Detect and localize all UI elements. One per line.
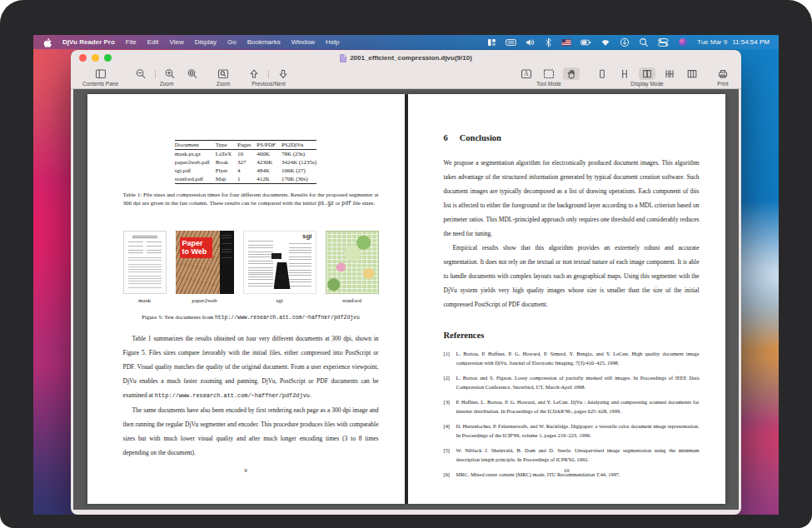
hand-icon <box>565 68 577 79</box>
minimize-button[interactable] <box>92 54 99 62</box>
thumbnail-cover-title: Paper to Web <box>180 237 212 258</box>
thumbnail-detail <box>274 262 291 289</box>
volume-icon[interactable] <box>526 37 536 47</box>
title-bar[interactable]: 2001_efficient_compression.djvu(9/10) <box>71 50 741 66</box>
reference-number: [1] <box>444 349 456 367</box>
document-page-left: Document Type Pages PS/PDF PS2DjVu mask.… <box>87 94 405 504</box>
toolbar-group-display-mode: Display Mode <box>594 67 700 87</box>
tool-mode-label: Tool Mode <box>536 81 561 87</box>
section-heading: 6 Conclusion <box>444 133 700 142</box>
continuous-facing-mode-button[interactable] <box>661 67 678 80</box>
references-list: [1] L. Bottou, P. Haffner, P. G. Howard,… <box>444 349 700 479</box>
table-cell: 106K (27) <box>281 167 316 175</box>
zoom-fit-icon <box>187 68 198 79</box>
reference-number: [5] <box>444 446 456 464</box>
toolbar-group-zoom: Zoom <box>132 67 201 87</box>
print-label: Print <box>717 81 728 87</box>
control-center-icon[interactable] <box>658 37 669 47</box>
table-caption-code: ps.gz <box>318 201 334 207</box>
us-flag-icon[interactable] <box>561 37 571 47</box>
figure-label: mask <box>138 297 151 304</box>
table-cell: 412K <box>257 175 281 184</box>
reference-text: W. Niblack J. Sheinvald, B. Dom and D. S… <box>456 446 700 464</box>
menu-edit[interactable]: Edit <box>147 35 159 49</box>
svg-text:A: A <box>524 70 529 77</box>
table-cell: 3424K (1235s) <box>281 158 316 167</box>
marquee-zoom-label: Zoom <box>217 81 231 87</box>
menu-window[interactable]: Window <box>291 35 315 49</box>
continuous-facing-icon <box>664 68 675 79</box>
menu-app-name[interactable]: DjVu Reader Pro <box>62 35 115 49</box>
menu-view[interactable]: View <box>170 35 184 49</box>
figure-item-paper2web: Paper to Web paper2web <box>176 231 234 304</box>
rect-select-tool-button[interactable] <box>541 67 557 80</box>
next-page-button[interactable] <box>275 67 291 80</box>
app-window: 2001_efficient_compression.djvu(9/10) Co… <box>71 50 741 515</box>
figure-label: stanford <box>342 297 361 304</box>
menu-file[interactable]: File <box>126 35 137 49</box>
next-page-icon <box>277 68 289 79</box>
keyboard-icon[interactable] <box>506 37 516 47</box>
table-cell: Book <box>216 158 237 167</box>
single-page-mode-button[interactable] <box>594 67 610 80</box>
wifi-icon[interactable] <box>600 37 610 47</box>
table-row: paper2web.pdf Book 327 4230K 3424K (1235… <box>175 158 316 167</box>
two-page-mode-button[interactable] <box>639 67 655 80</box>
previous-page-button[interactable] <box>246 67 262 80</box>
thumbnail-mask <box>123 231 167 294</box>
menu-help[interactable]: Help <box>326 35 339 49</box>
siri-icon[interactable] <box>678 37 688 47</box>
menu-display[interactable]: Display <box>195 35 217 49</box>
bluetooth-icon[interactable] <box>545 37 552 47</box>
menu-go[interactable]: Go <box>227 35 237 49</box>
zoom-out-button[interactable] <box>132 67 149 80</box>
toolbar-group-marquee-zoom: Zoom <box>215 67 232 87</box>
paragraph-url: http://www.research.att.com/~haffner/pdf… <box>155 392 310 399</box>
reference-item: [5] W. Niblack J. Sheinvald, B. Dom and … <box>444 446 700 464</box>
monitor-bezel: DjVu Reader Pro File Edit View Display G… <box>0 0 812 528</box>
paragraph: Empirical results show that this algorit… <box>444 241 700 311</box>
menu-clock[interactable]: Tue Mar 9 11:54:54 PM <box>697 35 770 49</box>
search-icon[interactable] <box>639 37 649 47</box>
zoom-in-button[interactable] <box>162 67 178 80</box>
paragraph: Table 1 summarizes the results obtained … <box>123 331 379 403</box>
hand-tool-button[interactable] <box>563 67 580 80</box>
zoom-label: Zoom <box>160 81 174 87</box>
toolbar-group-prev-next: Previous/Next <box>246 67 291 87</box>
side-by-side-mode-button[interactable] <box>684 67 700 80</box>
zoom-button[interactable] <box>104 54 112 62</box>
toolbar-separator <box>155 70 156 78</box>
display-mode-label: Display Mode <box>630 81 663 87</box>
menu-bar: DjVu Reader Pro File Edit View Display G… <box>33 35 779 49</box>
table-cell: 400K <box>257 150 281 159</box>
zoom-out-icon <box>135 68 147 79</box>
table-cell: stanford.pdf <box>175 175 216 184</box>
sync-icon[interactable] <box>620 37 630 47</box>
battery-icon[interactable] <box>580 37 591 47</box>
close-button[interactable] <box>79 54 87 62</box>
apple-menu[interactable] <box>42 37 52 47</box>
continuous-mode-button[interactable] <box>616 67 633 80</box>
contents-pane-button[interactable] <box>92 67 109 80</box>
print-icon <box>717 68 729 79</box>
thumbnail-sgi: sgi <box>243 231 316 294</box>
section-number: 6 <box>444 133 448 142</box>
table-cell: 484K <box>257 167 281 175</box>
body-text: Table 1 summarizes the results obtained … <box>123 331 379 460</box>
reference-item: [1] L. Bottou, P. Haffner, P. G. Howard,… <box>444 349 700 367</box>
page-number-left: 9 <box>87 467 405 474</box>
continuous-icon <box>619 68 630 79</box>
zoom-fit-button[interactable] <box>184 67 201 80</box>
tiles-icon[interactable] <box>487 37 496 47</box>
table-cell: 4 <box>237 167 257 175</box>
traffic-lights <box>79 54 112 62</box>
paragraph: The same documents have also been encode… <box>123 403 379 460</box>
marquee-zoom-button[interactable] <box>215 67 232 80</box>
table-caption-code: pdf <box>341 201 351 207</box>
document-viewport[interactable]: Document Type Pages PS/PDF PS2DjVu mask.… <box>73 89 739 510</box>
thumbnail-detail <box>128 257 162 289</box>
text-select-tool-button[interactable]: A <box>518 67 535 80</box>
figure-caption-url: http://www.research.att.com/~haffner/pdf… <box>215 315 360 321</box>
menu-bookmarks[interactable]: Bookmarks <box>247 35 281 49</box>
print-button[interactable] <box>715 67 731 80</box>
